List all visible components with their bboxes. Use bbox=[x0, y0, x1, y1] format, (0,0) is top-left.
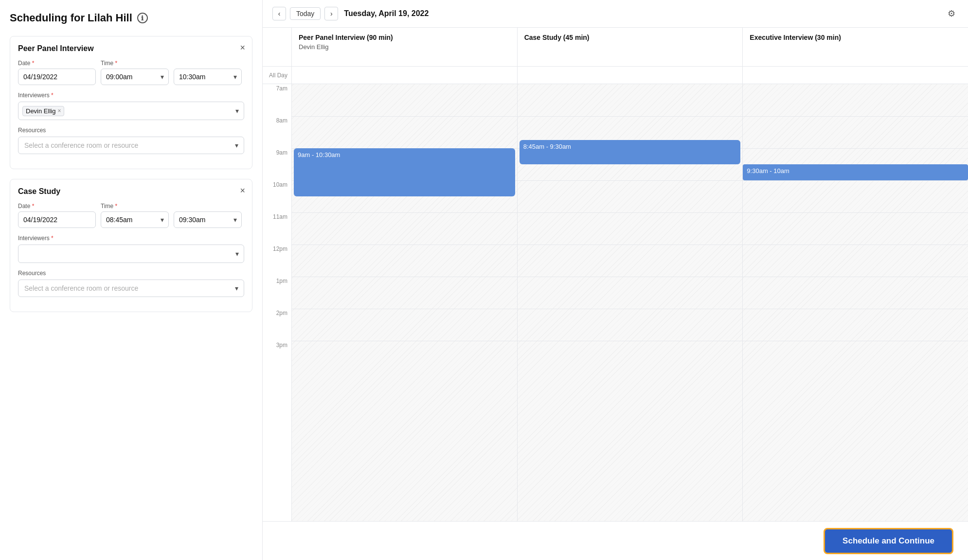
case-study-resources-select[interactable]: Select a conference room or resource bbox=[18, 280, 244, 297]
peer-panel-time-start-select[interactable]: 09:00am bbox=[101, 69, 169, 85]
calendar-header: ‹ Today › Tuesday, April 19, 2022 ⚙ bbox=[263, 0, 968, 28]
event-peer-panel[interactable]: 9am - 10:30am bbox=[294, 148, 515, 196]
peer-panel-interviewers-label: Interviewers * bbox=[18, 92, 244, 99]
event-executive[interactable]: 9:30am - 10am bbox=[743, 164, 968, 180]
hour-line-1 bbox=[292, 116, 517, 117]
case-study-card: Case Study × Date * Time * 08:45am bbox=[10, 179, 252, 312]
allday-label: All Day bbox=[263, 67, 291, 84]
time-label-12pm: 12pm bbox=[263, 245, 291, 277]
col-subtitle-peer-panel: Devin Ellig bbox=[299, 43, 510, 51]
peer-panel-date-label: Date * bbox=[18, 60, 96, 67]
hour-line-6 bbox=[292, 277, 517, 277]
peer-panel-resources-select[interactable]: Select a conference room or resource bbox=[18, 137, 244, 154]
bottom-bar: Schedule and Continue bbox=[263, 521, 968, 560]
page-title: Scheduling for Lilah Hill ℹ bbox=[10, 12, 252, 24]
cs-hour-line-3 bbox=[518, 180, 743, 181]
col-body-peer-panel: 9am - 10:30am bbox=[292, 84, 517, 521]
time-column: All Day 7am 8am 9am 10am 11am 12pm 1pm 2… bbox=[263, 28, 292, 521]
peer-panel-interviewers-select[interactable]: Devin Ellig × ▾ bbox=[18, 102, 244, 120]
calendar-col-executive: Executive Interview (30 min) bbox=[743, 28, 968, 521]
ei-hour-line-3 bbox=[743, 180, 968, 181]
case-study-date-label: Date * bbox=[18, 203, 96, 210]
settings-icon[interactable]: ⚙ bbox=[945, 7, 958, 20]
cs-hour-line-5 bbox=[518, 245, 743, 245]
case-study-resources-wrapper: Select a conference room or resource bbox=[18, 280, 244, 297]
time-label-10am: 10am bbox=[263, 180, 291, 212]
peer-panel-time-end-wrapper: 10:30am bbox=[174, 69, 242, 85]
cs-hour-line-1 bbox=[518, 116, 743, 117]
peer-panel-time-label: Time * bbox=[101, 60, 169, 67]
ei-hour-line-7 bbox=[743, 309, 968, 309]
col-allday-peer-panel bbox=[292, 67, 517, 84]
peer-panel-time-end-select[interactable]: 10:30am bbox=[174, 69, 242, 85]
col-body-executive: 9:30am - 10am bbox=[743, 84, 968, 521]
case-study-interviewers-select[interactable]: ▾ bbox=[18, 245, 244, 263]
ei-hour-line-4 bbox=[743, 212, 968, 213]
col-allday-case-study bbox=[518, 67, 743, 84]
cs-hour-line-6 bbox=[518, 277, 743, 277]
ei-hour-line-2 bbox=[743, 148, 968, 149]
case-study-title: Case Study bbox=[18, 187, 244, 196]
case-study-interviewers-label: Interviewers * bbox=[18, 235, 244, 242]
col-body-bg-executive bbox=[743, 84, 968, 521]
ei-hour-line-8 bbox=[743, 341, 968, 341]
time-col-header bbox=[263, 28, 291, 67]
ei-hour-line-5 bbox=[743, 245, 968, 245]
calendar-today-button[interactable]: Today bbox=[290, 7, 321, 20]
time-label-7am: 7am bbox=[263, 84, 291, 116]
case-study-date-input[interactable] bbox=[18, 211, 96, 228]
case-study-time-label: Time * bbox=[101, 203, 169, 210]
right-panel: ‹ Today › Tuesday, April 19, 2022 ⚙ All … bbox=[263, 0, 968, 560]
col-body-case-study: 8:45am - 9:30am bbox=[518, 84, 743, 521]
info-icon[interactable]: ℹ bbox=[137, 13, 148, 23]
peer-panel-title: Peer Panel Interview bbox=[18, 44, 244, 53]
time-label-1pm: 1pm bbox=[263, 277, 291, 309]
event-peer-panel-label: 9am - 10:30am bbox=[298, 151, 340, 158]
case-study-close-button[interactable]: × bbox=[240, 186, 245, 195]
col-header-case-study: Case Study (45 min) bbox=[518, 28, 743, 67]
peer-panel-interviewers-chevron: ▾ bbox=[235, 107, 239, 115]
calendar-prev-button[interactable]: ‹ bbox=[272, 7, 286, 20]
col-allday-executive bbox=[743, 67, 968, 84]
case-study-time-start-wrapper: 08:45am bbox=[101, 211, 169, 228]
peer-panel-date-input[interactable] bbox=[18, 69, 96, 85]
page-title-text: Scheduling for Lilah Hill bbox=[10, 12, 132, 24]
calendar-body: All Day 7am 8am 9am 10am 11am 12pm 1pm 2… bbox=[263, 28, 968, 521]
cs-hour-line-8 bbox=[518, 341, 743, 341]
peer-panel-resources-wrapper: Select a conference room or resource bbox=[18, 137, 244, 154]
col-title-executive: Executive Interview (30 min) bbox=[750, 34, 961, 41]
case-study-interviewers-chevron: ▾ bbox=[235, 250, 239, 258]
hour-line-5 bbox=[292, 245, 517, 245]
time-slots: 7am 8am 9am 10am 11am 12pm 1pm 2pm 3pm bbox=[263, 84, 291, 521]
peer-panel-close-button[interactable]: × bbox=[240, 43, 245, 52]
time-label-2pm: 2pm bbox=[263, 309, 291, 341]
interviewer-tag-devin: Devin Ellig × bbox=[22, 106, 64, 116]
col-title-peer-panel: Peer Panel Interview (90 min) bbox=[299, 34, 510, 41]
calendar-col-peer-panel: Peer Panel Interview (90 min) Devin Elli… bbox=[292, 28, 518, 521]
schedule-continue-button[interactable]: Schedule and Continue bbox=[824, 528, 953, 554]
col-title-case-study: Case Study (45 min) bbox=[524, 34, 736, 41]
calendar-date-label: Tuesday, April 19, 2022 bbox=[344, 9, 941, 18]
time-label-8am: 8am bbox=[263, 116, 291, 148]
hour-line-7 bbox=[292, 309, 517, 309]
case-study-time-end-wrapper: 09:30am bbox=[174, 211, 242, 228]
event-case-study-label: 8:45am - 9:30am bbox=[523, 143, 571, 150]
ei-hour-line-6 bbox=[743, 277, 968, 277]
hour-line-4 bbox=[292, 212, 517, 213]
cs-hour-line-7 bbox=[518, 309, 743, 309]
left-panel: Scheduling for Lilah Hill ℹ Peer Panel I… bbox=[0, 0, 263, 560]
event-case-study[interactable]: 8:45am - 9:30am bbox=[520, 140, 741, 164]
case-study-time-end-select[interactable]: 09:30am bbox=[174, 211, 242, 228]
peer-panel-time-start-wrapper: 09:00am bbox=[101, 69, 169, 85]
col-header-executive: Executive Interview (30 min) bbox=[743, 28, 968, 67]
case-study-time-start-select[interactable]: 08:45am bbox=[101, 211, 169, 228]
event-executive-label: 9:30am - 10am bbox=[747, 167, 789, 175]
interviewer-tag-devin-close[interactable]: × bbox=[57, 107, 61, 114]
calendar-next-button[interactable]: › bbox=[324, 7, 338, 20]
peer-panel-resources-label: Resources bbox=[18, 127, 244, 134]
time-label-9am: 9am bbox=[263, 148, 291, 180]
peer-panel-card: Peer Panel Interview × Date * Time * 09:… bbox=[10, 36, 252, 169]
ei-hour-line-1 bbox=[743, 116, 968, 117]
cs-hour-line-4 bbox=[518, 212, 743, 213]
time-label-11am: 11am bbox=[263, 212, 291, 245]
